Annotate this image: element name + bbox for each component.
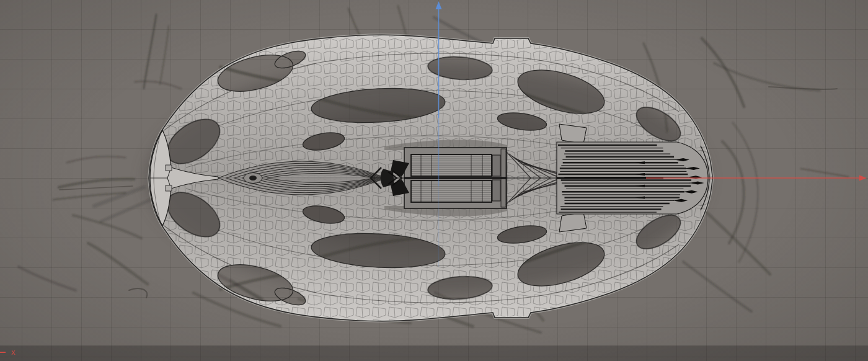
- cockpit: [404, 148, 507, 208]
- car-model[interactable]: [143, 25, 716, 331]
- x-axis-label-dash: [0, 352, 6, 353]
- x-axis-label: x: [0, 348, 16, 357]
- x-axis-arrow: [859, 176, 867, 181]
- z-axis-arrow: [436, 1, 442, 9]
- x-axis-label-text: x: [11, 349, 16, 356]
- scene-svg: [0, 0, 868, 361]
- viewport-canvas[interactable]: x: [0, 0, 868, 361]
